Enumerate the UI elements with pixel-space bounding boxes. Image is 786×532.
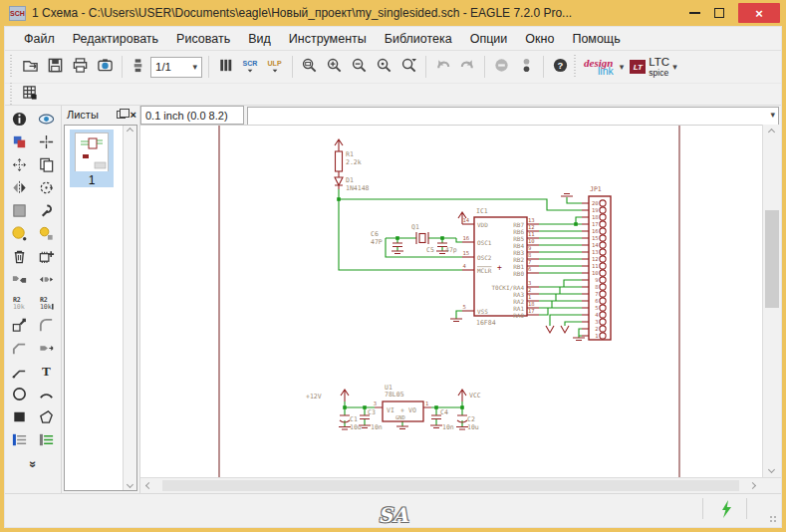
scroll-up-icon[interactable] bbox=[768, 129, 775, 135]
menu-item-1[interactable]: Файл bbox=[15, 32, 64, 46]
go-button[interactable] bbox=[514, 55, 539, 80]
zoom-in-button[interactable] bbox=[322, 55, 347, 80]
sheet-thumbnail[interactable]: 1 bbox=[70, 130, 114, 187]
connector-pin-number: 12 bbox=[592, 256, 599, 262]
display-tool-button[interactable] bbox=[7, 133, 32, 154]
vertical-scroll-thumb[interactable] bbox=[765, 210, 779, 308]
split-tool-button[interactable] bbox=[7, 339, 32, 361]
open-button[interactable] bbox=[18, 55, 43, 80]
scroll-down-icon[interactable] bbox=[127, 481, 133, 488]
print-button[interactable] bbox=[68, 55, 93, 80]
scroll-right-icon[interactable] bbox=[749, 482, 756, 489]
maximize-button[interactable] bbox=[714, 8, 724, 18]
scroll-down-icon[interactable] bbox=[768, 466, 775, 473]
grid-button[interactable] bbox=[18, 85, 40, 105]
cut-tool-button[interactable] bbox=[7, 224, 32, 246]
svg-text:1: 1 bbox=[425, 400, 428, 406]
circle-tool-button[interactable] bbox=[7, 385, 32, 406]
sheet-stack-button[interactable] bbox=[127, 57, 148, 77]
menu-item-9[interactable]: Помощь bbox=[563, 32, 629, 46]
mark-tool-button[interactable] bbox=[34, 133, 59, 154]
command-line-input[interactable] bbox=[247, 107, 779, 126]
designlink-button[interactable]: design link ▾ bbox=[584, 58, 624, 77]
sheets-scrollbar[interactable] bbox=[123, 126, 136, 490]
toolbar-drag-handle[interactable] bbox=[10, 55, 15, 79]
mirror-tool-button[interactable] bbox=[7, 178, 32, 200]
stop-button[interactable] bbox=[489, 55, 514, 80]
gateswap-tool-button[interactable] bbox=[34, 270, 59, 292]
split-icon bbox=[11, 340, 28, 361]
zoom-out-button[interactable] bbox=[347, 55, 372, 80]
ic-pin-name: RB5 bbox=[513, 235, 524, 242]
save-button[interactable] bbox=[43, 55, 68, 80]
help-button[interactable]: ? bbox=[548, 55, 573, 80]
run-script-button[interactable]: SCR bbox=[238, 55, 263, 80]
schematic-canvas[interactable]: R1 2.2k D1 1N4148 Q1 C6 47P C5 47p IC1 1 bbox=[140, 125, 762, 477]
vertical-scrollbar[interactable] bbox=[762, 125, 781, 477]
undo-button[interactable] bbox=[430, 55, 455, 80]
menu-item-7[interactable]: Опции bbox=[461, 32, 517, 46]
polygon-tool-button[interactable] bbox=[34, 407, 59, 429]
connector-pin-number: 7 bbox=[595, 291, 598, 297]
scroll-left-icon[interactable] bbox=[145, 482, 152, 489]
add-tool-button[interactable] bbox=[34, 247, 59, 269]
redo-button[interactable] bbox=[455, 55, 480, 80]
rect-tool-button[interactable] bbox=[7, 407, 32, 429]
horizontal-scroll-thumb[interactable] bbox=[162, 480, 739, 491]
paste-icon bbox=[38, 225, 55, 246]
name-tool-button[interactable]: R210k bbox=[7, 293, 32, 315]
move-tool-button[interactable] bbox=[7, 155, 32, 177]
resize-grip[interactable] bbox=[769, 515, 778, 524]
ltspice-button[interactable]: LT LTC spice ▾ bbox=[630, 57, 676, 77]
toolbar-drag-handle[interactable] bbox=[574, 55, 579, 79]
run-ulp-button[interactable]: ULP bbox=[263, 55, 288, 80]
svg-text:10n: 10n bbox=[442, 423, 454, 431]
float-panel-icon[interactable] bbox=[117, 111, 126, 119]
arc-tool-button[interactable] bbox=[34, 385, 59, 406]
menu-item-3[interactable]: Рисовать bbox=[167, 32, 239, 46]
pinswap-tool-button[interactable] bbox=[7, 270, 32, 292]
component-symbols bbox=[335, 139, 611, 429]
more-tools-button[interactable]: » bbox=[5, 456, 61, 470]
ic-pin-name: OSC2 bbox=[477, 254, 492, 261]
toolbar-drag-handle[interactable] bbox=[10, 83, 15, 107]
sheet-selector[interactable]: 1/1 ▾ bbox=[150, 57, 202, 78]
paste-tool-button[interactable] bbox=[34, 224, 59, 246]
miter-tool-button[interactable] bbox=[34, 316, 59, 338]
wire-tool-button[interactable] bbox=[7, 362, 32, 384]
change-tool-button[interactable] bbox=[34, 201, 59, 223]
text-icon: T bbox=[38, 363, 55, 384]
wire-icon bbox=[11, 363, 28, 384]
net-tool-button[interactable] bbox=[34, 430, 59, 452]
close-button[interactable]: × bbox=[738, 3, 780, 23]
delete-tool-button[interactable] bbox=[7, 247, 32, 269]
smash-tool-button[interactable] bbox=[7, 316, 32, 338]
bus-tool-button[interactable] bbox=[7, 430, 32, 452]
go-icon bbox=[518, 57, 535, 78]
minimize-button[interactable] bbox=[689, 12, 700, 14]
value-tool-button[interactable]: R210k bbox=[34, 293, 59, 315]
show-tool-button[interactable] bbox=[34, 110, 59, 132]
info-icon bbox=[11, 111, 28, 132]
close-panel-icon[interactable]: × bbox=[131, 110, 136, 121]
menu-item-6[interactable]: Библиотека bbox=[376, 32, 461, 46]
group-tool-button[interactable] bbox=[7, 201, 32, 223]
scroll-up-icon[interactable] bbox=[127, 128, 133, 134]
info-tool-button[interactable] bbox=[7, 110, 32, 132]
zoom-fit-button[interactable] bbox=[297, 55, 322, 80]
menu-item-4[interactable]: Вид bbox=[239, 32, 280, 46]
title-bar[interactable]: SCH 1 Схема - C:\Users\USER\Documents\ea… bbox=[0, 0, 786, 26]
cam-processor-button[interactable] bbox=[93, 55, 118, 80]
horizontal-scrollbar[interactable] bbox=[140, 477, 781, 493]
zoom-select-button[interactable] bbox=[372, 55, 396, 80]
text-tool-button[interactable]: T bbox=[34, 362, 59, 384]
rotate-tool-button[interactable] bbox=[34, 178, 59, 200]
svg-text:C4: C4 bbox=[440, 408, 448, 416]
copy-tool-button[interactable] bbox=[34, 155, 59, 177]
menu-item-8[interactable]: Окно bbox=[516, 32, 563, 46]
menu-item-2[interactable]: Редактировать bbox=[64, 32, 167, 46]
zoom-redraw-button[interactable] bbox=[396, 55, 421, 80]
invoke-tool-button[interactable] bbox=[34, 339, 59, 361]
use-library-button[interactable] bbox=[213, 55, 238, 80]
menu-item-5[interactable]: Инструменты bbox=[280, 32, 376, 46]
